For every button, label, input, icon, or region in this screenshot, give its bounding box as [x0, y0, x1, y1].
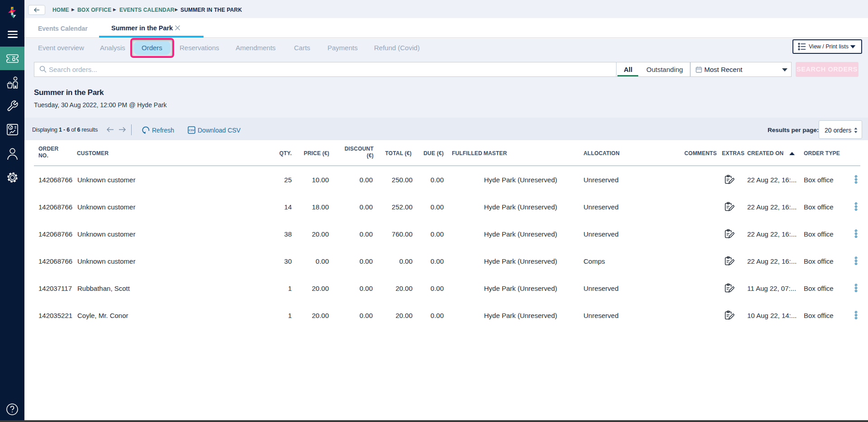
svg-text:CSV: CSV [189, 129, 194, 132]
